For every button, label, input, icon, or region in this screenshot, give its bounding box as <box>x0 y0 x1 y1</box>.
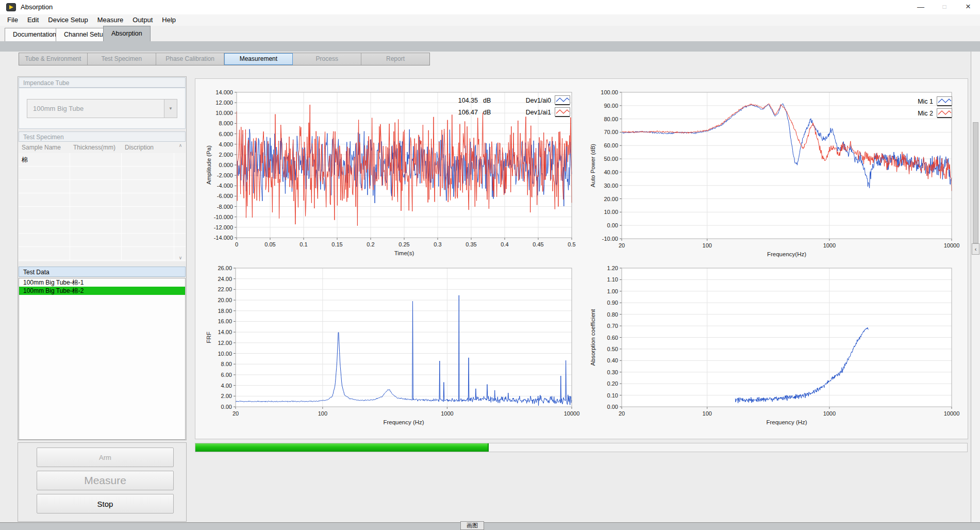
svg-text:12.000: 12.000 <box>215 100 233 106</box>
plot-line-icon <box>937 108 952 118</box>
scroll-down-icon[interactable]: ∨ <box>176 255 185 260</box>
test-data-item[interactable]: 100mm Big Tube-棉-1 <box>19 278 185 287</box>
sidebar-panel: Impendace Tube 100mm Big Tube ▼ Test Spe… <box>18 76 187 440</box>
window-title: Absorption <box>21 0 53 14</box>
subtab-measurement[interactable]: Measurement <box>224 53 293 65</box>
svg-text:6.000: 6.000 <box>219 131 233 137</box>
svg-text:26.00: 26.00 <box>218 265 232 271</box>
svg-text:0: 0 <box>235 241 238 247</box>
table-row[interactable] <box>19 180 186 193</box>
menu-output[interactable]: Output <box>128 14 157 26</box>
subtab-process[interactable]: Process <box>293 53 361 65</box>
svg-text:0.10: 0.10 <box>607 392 618 399</box>
svg-text:1.10: 1.10 <box>607 276 618 283</box>
menu-file[interactable]: File <box>3 14 23 26</box>
menu-help[interactable]: Help <box>157 14 180 26</box>
svg-text:14.000: 14.000 <box>215 89 233 95</box>
menu-device-setup[interactable]: Device Setup <box>43 14 92 26</box>
right-scrollbar[interactable]: ‹ <box>971 52 980 522</box>
svg-text:0.70: 0.70 <box>607 323 618 329</box>
subtab-tube-environment[interactable]: Tube & Environment <box>19 53 88 65</box>
svg-text:6.00: 6.00 <box>221 372 232 378</box>
impedance-tube-label: Impendace Tube <box>19 77 186 88</box>
stop-button[interactable]: Stop <box>37 494 174 514</box>
test-specimen-table[interactable]: Sample Name Thickness(mm) Discription 棉 <box>19 142 186 261</box>
svg-text:20: 20 <box>619 410 625 417</box>
table-row[interactable] <box>19 193 186 207</box>
table-row[interactable] <box>19 220 186 234</box>
svg-text:-12.000: -12.000 <box>214 224 233 230</box>
impedance-tube-dropdown[interactable]: 100mm Big Tube ▼ <box>27 99 177 118</box>
svg-text:10.00: 10.00 <box>604 209 618 215</box>
minimize-button[interactable]: — <box>909 0 933 14</box>
arm-button[interactable]: Arm <box>37 448 174 467</box>
table-row[interactable] <box>19 247 186 260</box>
svg-text:50.00: 50.00 <box>604 156 618 162</box>
svg-text:100: 100 <box>703 242 712 249</box>
sub-tab-bar: Tube & Environment Test Specimen Phase C… <box>19 53 430 65</box>
measurement-progress-bar <box>195 443 968 452</box>
svg-text:0.90: 0.90 <box>607 300 618 306</box>
window-controls: — □ × <box>909 0 980 14</box>
subtab-phase-calibration[interactable]: Phase Calibration <box>156 53 225 65</box>
svg-text:0.80: 0.80 <box>607 311 618 318</box>
svg-text:12.00: 12.00 <box>218 340 232 346</box>
svg-text:0.35: 0.35 <box>466 241 476 247</box>
dropdown-arrow-icon[interactable]: ▼ <box>164 100 177 118</box>
test-data-item-selected[interactable]: 100mm Big Tube-棉-2 <box>19 287 185 295</box>
test-specimen-label: Test Specimen <box>19 131 186 142</box>
menu-edit[interactable]: Edit <box>23 14 43 26</box>
table-row[interactable] <box>19 207 186 220</box>
svg-text:Time(s): Time(s) <box>394 250 414 256</box>
scroll-up-icon[interactable]: ∧ <box>176 143 185 148</box>
svg-text:1.20: 1.20 <box>607 265 618 271</box>
svg-text:FRF: FRF <box>206 332 212 343</box>
main-tab-bar: Documentation Channel Setup Absorption <box>0 26 980 41</box>
svg-text:1.00: 1.00 <box>607 288 618 294</box>
svg-text:0.00: 0.00 <box>221 404 232 410</box>
svg-text:-10.00: -10.00 <box>602 236 618 242</box>
svg-text:24.00: 24.00 <box>218 276 232 282</box>
svg-text:40.00: 40.00 <box>604 169 618 175</box>
svg-text:10000: 10000 <box>944 242 960 249</box>
level-value: 106.47 <box>453 109 478 116</box>
legend-label: Dev1/ai0 <box>526 97 551 104</box>
menu-measure[interactable]: Measure <box>93 14 128 26</box>
legend-item-dev1-ai0[interactable]: Dev1/ai0 <box>519 94 570 106</box>
taskbar-item-paint[interactable]: 画图 <box>460 521 484 530</box>
bottom-strip <box>0 522 980 530</box>
legend-item-mic2[interactable]: Mic 2 <box>908 107 952 119</box>
table-row[interactable] <box>19 234 186 247</box>
svg-text:90.00: 90.00 <box>604 103 618 109</box>
maximize-button[interactable]: □ <box>933 0 956 14</box>
cell-sample-name: 棉 <box>19 153 70 166</box>
svg-text:10000: 10000 <box>564 410 580 417</box>
level-unit: dB <box>483 97 491 104</box>
plot-line-icon <box>937 96 952 106</box>
svg-text:2.000: 2.000 <box>219 152 233 158</box>
table-scrollbar[interactable]: ∧ ∨ <box>175 142 186 261</box>
level-unit: dB <box>483 109 491 116</box>
scrollbar-thumb[interactable] <box>973 122 978 243</box>
svg-text:60.00: 60.00 <box>604 142 618 148</box>
table-row[interactable]: 棉 <box>19 153 186 167</box>
svg-text:Auto Power (dB): Auto Power (dB) <box>590 144 596 188</box>
table-row[interactable] <box>19 167 186 180</box>
column-thickness: Thickness(mm) <box>70 142 122 153</box>
svg-text:Frequency (Hz): Frequency (Hz) <box>766 419 807 425</box>
svg-text:30.00: 30.00 <box>604 183 618 189</box>
collapse-panel-arrow-icon[interactable]: ‹ <box>972 243 979 255</box>
svg-text:0.60: 0.60 <box>607 335 618 341</box>
svg-text:0.25: 0.25 <box>398 241 409 247</box>
legend-item-dev1-ai1[interactable]: Dev1/ai1 <box>519 106 570 118</box>
subtab-report[interactable]: Report <box>361 53 429 65</box>
legend-item-mic1[interactable]: Mic 1 <box>908 95 952 107</box>
close-button[interactable]: × <box>956 0 980 14</box>
measure-button[interactable]: Measure <box>37 471 174 490</box>
tab-absorption[interactable]: Absorption <box>103 26 151 42</box>
subtab-test-specimen[interactable]: Test Specimen <box>88 53 156 65</box>
svg-text:2.00: 2.00 <box>221 393 232 399</box>
svg-text:0.1: 0.1 <box>300 241 307 247</box>
svg-text:100: 100 <box>703 410 712 417</box>
legend-label: Dev1/ai1 <box>526 109 551 116</box>
